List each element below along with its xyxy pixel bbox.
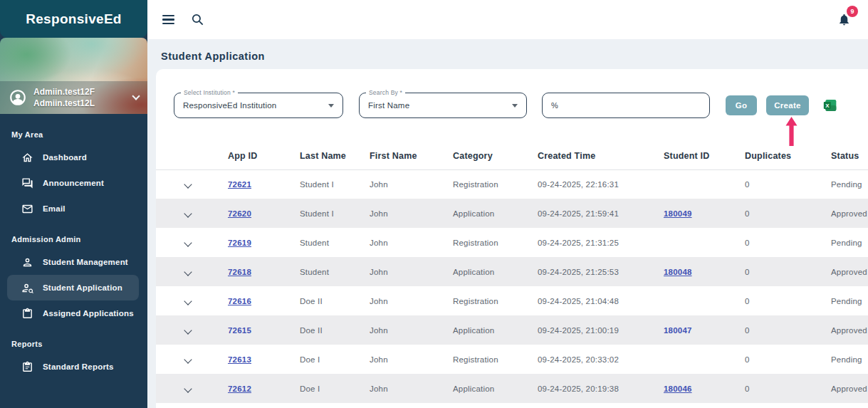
- column-header-created-time: Created Time: [527, 142, 652, 169]
- table-row: 72613 Doe I John Registration 09-24-2025…: [156, 345, 868, 374]
- student-application-card: Select Institution * ResponsiveEd Instit…: [156, 69, 868, 408]
- created-time-cell: 09-24-2025, 21:00:19: [527, 315, 652, 345]
- create-arrow-icon: [785, 117, 798, 146]
- expand-chevron-icon[interactable]: [184, 239, 192, 246]
- student-id-link[interactable]: 180046: [664, 385, 692, 393]
- status-cell: Pending: [815, 345, 868, 374]
- app-id-link[interactable]: 72619: [228, 239, 251, 247]
- sidebar-item-dashboard[interactable]: Dashboard: [0, 145, 147, 170]
- category-cell: Registration: [441, 286, 527, 315]
- last-name-cell: Doe I: [288, 374, 360, 403]
- home-icon: [21, 152, 33, 164]
- student-id-link[interactable]: 180048: [664, 268, 692, 276]
- avatar-icon: [9, 88, 27, 107]
- search-icon[interactable]: [191, 13, 204, 26]
- expand-chevron-icon[interactable]: [184, 385, 192, 392]
- profile-background-image: Admiin.test12F Admiin.test12L: [0, 38, 147, 114]
- sidebar-item-label: Dashboard: [43, 153, 87, 162]
- table-row: 72618 Student John Application 09-24-202…: [156, 257, 868, 286]
- menu-icon[interactable]: [162, 15, 174, 24]
- table-row: 72620 Student I John Application 09-24-2…: [156, 199, 868, 228]
- search-by-select-label: Search By *: [366, 89, 405, 96]
- expand-cell: [156, 374, 217, 403]
- last-name-cell: Doe II: [288, 286, 360, 315]
- expand-chevron-icon[interactable]: [184, 297, 192, 305]
- duplicates-cell: 0: [733, 257, 815, 286]
- student-id-link[interactable]: 180049: [664, 209, 692, 218]
- expand-cell: [156, 228, 217, 257]
- app-id-link[interactable]: 72621: [228, 180, 251, 189]
- student-id-link[interactable]: 180047: [664, 326, 692, 335]
- status-cell: Approved: [815, 374, 868, 403]
- category-cell: Application: [441, 199, 527, 228]
- sidebar-item-student-management[interactable]: Student Management: [0, 249, 147, 275]
- table-header-row: App ID Last Name First Name Category Cre…: [156, 142, 868, 169]
- last-name-cell: Student I: [288, 199, 360, 228]
- table-row: 72621 Student I John Registration 09-24-…: [156, 169, 868, 199]
- expand-chevron-icon[interactable]: [184, 180, 192, 188]
- create-button[interactable]: Create: [766, 95, 809, 115]
- institution-select-value: ResponsiveEd Institution: [183, 101, 323, 110]
- expand-chevron-icon[interactable]: [184, 268, 192, 276]
- clipboard-icon: [21, 308, 33, 320]
- expand-cell: [156, 286, 217, 315]
- first-name-cell: John: [360, 315, 441, 345]
- notifications-button[interactable]: 9: [837, 12, 851, 27]
- sidebar-item-email[interactable]: Email: [0, 196, 147, 221]
- category-cell: Registration: [441, 345, 527, 374]
- last-name-cell: Student: [288, 228, 360, 257]
- first-name-cell: John: [360, 199, 441, 228]
- sidebar-item-standard-reports[interactable]: Standard Reports: [0, 354, 147, 380]
- search-by-select[interactable]: Search By * First Name: [359, 93, 527, 118]
- content: Student Application Select Institution *…: [147, 39, 868, 408]
- app-id-link[interactable]: 72613: [228, 355, 251, 364]
- announcement-icon: [21, 177, 33, 189]
- app-id-link[interactable]: 72615: [228, 326, 251, 335]
- table-row: 72612 Doe I John Application 09-24-2025,…: [156, 374, 868, 403]
- search-by-select-value: First Name: [368, 101, 506, 110]
- first-name-cell: John: [360, 169, 441, 199]
- notification-count-badge: 9: [847, 6, 858, 17]
- app-id-link[interactable]: 72620: [228, 209, 251, 218]
- status-cell: Approved: [815, 257, 868, 286]
- search-text-input[interactable]: [551, 101, 701, 110]
- status-cell: Approved: [815, 199, 868, 228]
- last-name-cell: Student: [288, 257, 360, 286]
- duplicates-cell: 0: [733, 199, 815, 228]
- sidebar-item-announcement[interactable]: Announcement: [0, 170, 147, 196]
- expand-cell: [156, 199, 217, 228]
- expand-chevron-icon[interactable]: [184, 209, 192, 217]
- go-button[interactable]: Go: [726, 95, 757, 115]
- user-profile[interactable]: Admiin.test12F Admiin.test12L: [0, 81, 147, 114]
- column-header-category: Category: [441, 142, 527, 169]
- status-cell: Pending: [815, 286, 868, 315]
- sidebar-item-label: Email: [43, 204, 66, 213]
- sidebar-menu: My Area Dashboard Announcement Email Adm…: [0, 114, 147, 380]
- user-menu-chevron-icon[interactable]: [132, 92, 140, 100]
- chevron-down-icon: [328, 104, 334, 108]
- sidebar-item-student-application[interactable]: Student Application: [7, 275, 139, 300]
- category-cell: Application: [441, 257, 527, 286]
- status-cell: Pending: [815, 169, 868, 199]
- institution-select[interactable]: Select Institution * ResponsiveEd Instit…: [174, 93, 343, 118]
- sidebar-item-label: Student Application: [43, 283, 122, 292]
- expand-chevron-icon[interactable]: [184, 355, 192, 363]
- sidebar-item-label: Assigned Applications: [43, 309, 134, 318]
- sidebar: ResponsiveEd Admiin.test12F Admiin.test1…: [0, 0, 147, 408]
- last-name-cell: Doe I: [288, 345, 360, 374]
- first-name-cell: John: [360, 345, 441, 374]
- section-my-area: My Area: [0, 124, 147, 145]
- sidebar-item-assigned-applications[interactable]: Assigned Applications: [0, 300, 147, 326]
- app-id-link[interactable]: 72612: [228, 385, 251, 393]
- topbar: 9: [147, 0, 868, 39]
- excel-export-icon[interactable]: X: [823, 98, 837, 113]
- duplicates-cell: 0: [733, 374, 815, 403]
- table-row: 72616 Doe II John Registration 09-24-202…: [156, 286, 868, 315]
- app-id-link[interactable]: 72618: [228, 268, 251, 276]
- expand-chevron-icon[interactable]: [184, 326, 192, 334]
- first-name-cell: John: [360, 228, 441, 257]
- report-icon: [21, 361, 33, 373]
- created-time-cell: 09-24-2025, 20:19:38: [527, 374, 652, 403]
- search-text-field-wrap: [542, 93, 710, 118]
- app-id-link[interactable]: 72616: [228, 297, 251, 305]
